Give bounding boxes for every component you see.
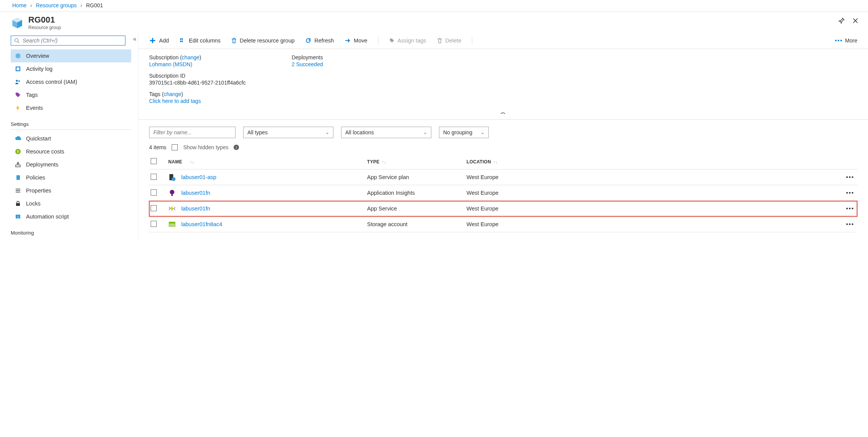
filter-type-select[interactable]: All types⌄ bbox=[243, 127, 333, 138]
delete-button[interactable]: Delete bbox=[437, 38, 462, 44]
info-icon[interactable]: i bbox=[234, 145, 239, 150]
sidebar-item-label: Locks bbox=[26, 201, 41, 207]
function-app-icon bbox=[168, 205, 176, 212]
deployments-link[interactable]: 2 Succeeded bbox=[292, 61, 323, 67]
sidebar-item-tags[interactable]: Tags bbox=[11, 88, 131, 101]
row-checkbox[interactable] bbox=[151, 221, 157, 227]
svg-point-4 bbox=[18, 80, 20, 82]
main-pane: Add Edit columns Delete resource group R… bbox=[138, 33, 868, 240]
resource-type: App Service bbox=[367, 205, 467, 212]
delete-rg-button[interactable]: Delete resource group bbox=[231, 38, 294, 44]
sort-icon: ↑↓ bbox=[190, 160, 195, 164]
row-actions-icon[interactable]: ••• bbox=[846, 190, 857, 196]
add-button[interactable]: Add bbox=[149, 37, 169, 44]
col-header-name[interactable]: Name↑↓ bbox=[168, 159, 367, 165]
sidebar-item-deployments[interactable]: Deployments bbox=[11, 158, 131, 171]
svg-rect-21 bbox=[169, 222, 175, 223]
svg-point-18 bbox=[170, 190, 174, 194]
table-row[interactable]: labuser01-asp App Service plan West Euro… bbox=[149, 170, 857, 185]
tag-icon bbox=[389, 38, 395, 43]
essentials-subscription-id: Subscription ID 397015c1-c8bb-4d61-9527-… bbox=[149, 73, 246, 86]
resource-group-icon bbox=[11, 16, 24, 29]
change-subscription-link[interactable]: change bbox=[182, 54, 200, 60]
svg-rect-9 bbox=[17, 175, 20, 180]
row-checkbox[interactable] bbox=[151, 189, 157, 196]
resource-type: App Service plan bbox=[367, 174, 467, 180]
sidebar-item-quickstart[interactable]: Quickstart bbox=[11, 132, 131, 145]
show-hidden-checkbox[interactable] bbox=[172, 144, 178, 150]
chevron-down-icon: ⌄ bbox=[423, 130, 427, 135]
svg-point-0 bbox=[15, 39, 18, 42]
essentials-subscription: Subscription change Lohmann (MSDN) bbox=[149, 54, 246, 67]
close-icon[interactable] bbox=[852, 17, 859, 24]
sidebar-search[interactable] bbox=[11, 36, 125, 46]
row-checkbox[interactable] bbox=[151, 205, 157, 211]
table-row[interactable]: labuser01fn App Service West Europe ••• bbox=[149, 201, 857, 217]
properties-icon bbox=[15, 187, 21, 194]
sidebar-section-settings: Settings bbox=[11, 114, 131, 130]
row-actions-icon[interactable]: ••• bbox=[846, 205, 857, 212]
row-actions-icon[interactable]: ••• bbox=[846, 174, 857, 180]
resource-location: West Europe bbox=[467, 190, 566, 196]
filter-location-select[interactable]: All locations⌄ bbox=[341, 127, 431, 138]
filter-grouping-select[interactable]: No grouping⌄ bbox=[439, 127, 489, 138]
col-header-type[interactable]: Type↑↓ bbox=[367, 159, 467, 165]
policy-icon bbox=[15, 174, 21, 181]
row-checkbox[interactable] bbox=[151, 174, 157, 180]
sidebar-item-policies[interactable]: Policies bbox=[11, 171, 131, 184]
show-hidden-label: Show hidden types bbox=[183, 144, 228, 150]
breadcrumb-resource-groups[interactable]: Resource groups bbox=[36, 2, 77, 8]
change-tags-link[interactable]: change bbox=[164, 91, 181, 97]
pin-icon[interactable] bbox=[838, 17, 845, 24]
more-button[interactable]: •••More bbox=[835, 38, 857, 44]
people-icon bbox=[15, 78, 21, 85]
sidebar-item-automation-script[interactable]: Automation script bbox=[11, 210, 131, 223]
tag-icon bbox=[15, 91, 21, 98]
sidebar-item-properties[interactable]: Properties bbox=[11, 184, 131, 197]
resource-link[interactable]: labuser01fn8ac4 bbox=[181, 221, 222, 227]
chevron-right-icon: › bbox=[78, 2, 85, 8]
app-insights-icon bbox=[168, 189, 176, 197]
trash-icon bbox=[437, 38, 442, 44]
row-actions-icon[interactable]: ••• bbox=[846, 221, 857, 227]
collapse-essentials-icon[interactable]: ︽ bbox=[138, 107, 868, 120]
storage-account-icon bbox=[168, 220, 176, 228]
sidebar-item-activity-log[interactable]: Activity log bbox=[11, 62, 131, 75]
edit-columns-button[interactable]: Edit columns bbox=[180, 38, 221, 44]
page-subtitle: Resource group bbox=[28, 25, 61, 30]
table-row[interactable]: labuser01fn Application Insights West Eu… bbox=[149, 185, 857, 201]
refresh-icon bbox=[305, 38, 311, 44]
select-all-checkbox[interactable] bbox=[151, 158, 157, 164]
subscription-link[interactable]: Lohmann (MSDN) bbox=[149, 61, 192, 67]
resource-link[interactable]: labuser01fn bbox=[181, 205, 210, 212]
sidebar-item-label: Quickstart bbox=[26, 135, 51, 142]
resource-location: West Europe bbox=[467, 205, 566, 212]
resource-link[interactable]: labuser01fn bbox=[181, 190, 210, 196]
page-title: RG001 bbox=[28, 16, 61, 24]
collapse-sidebar-icon[interactable]: « bbox=[133, 36, 137, 42]
breadcrumb-home[interactable]: Home bbox=[12, 2, 26, 8]
toolbar: Add Edit columns Delete resource group R… bbox=[138, 33, 868, 49]
search-input[interactable] bbox=[23, 38, 122, 44]
move-button[interactable]: Move bbox=[345, 38, 367, 44]
svg-rect-2 bbox=[16, 67, 20, 70]
sidebar-section-monitoring: Monitoring bbox=[11, 223, 131, 238]
plus-icon bbox=[149, 37, 156, 44]
sidebar-item-label: Automation script bbox=[26, 214, 69, 220]
sidebar-item-events[interactable]: Events bbox=[11, 101, 131, 114]
filter-name-input[interactable] bbox=[149, 127, 236, 138]
sidebar-item-overview[interactable]: Overview bbox=[11, 49, 131, 62]
sidebar-item-access-control[interactable]: Access control (IAM) bbox=[11, 75, 131, 88]
resource-link[interactable]: labuser01-asp bbox=[181, 174, 216, 180]
toolbar-separator bbox=[472, 36, 472, 45]
sidebar-item-label: Policies bbox=[26, 174, 45, 181]
add-tags-link[interactable]: Click here to add tags bbox=[149, 98, 201, 104]
sidebar-item-locks[interactable]: Locks bbox=[11, 197, 131, 210]
search-icon bbox=[14, 38, 20, 43]
refresh-button[interactable]: Refresh bbox=[305, 38, 334, 44]
table-row[interactable]: labuser01fn8ac4 Storage account West Eur… bbox=[149, 217, 857, 232]
deploy-icon bbox=[15, 161, 21, 168]
col-header-location[interactable]: Location↑↓ bbox=[467, 159, 566, 165]
assign-tags-button[interactable]: Assign tags bbox=[389, 38, 426, 44]
sidebar-item-resource-costs[interactable]: $ Resource costs bbox=[11, 145, 131, 158]
